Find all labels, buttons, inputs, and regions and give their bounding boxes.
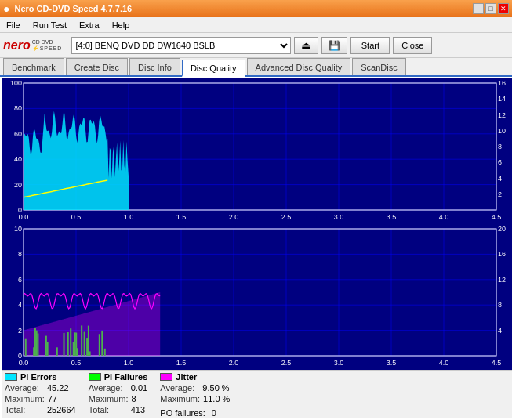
- menu-run-test[interactable]: Run Test: [30, 19, 70, 31]
- tab-create-disc[interactable]: Create Disc: [66, 58, 128, 75]
- start-button[interactable]: Start: [350, 37, 390, 54]
- menu-extra[interactable]: Extra: [76, 19, 103, 31]
- pi-failures-legend: PI Failures Average: 0.01 Maximum: 8 Tot…: [89, 372, 148, 417]
- tab-disc-info[interactable]: Disc Info: [129, 58, 180, 75]
- jitter-max-value: 11.0 %: [203, 394, 230, 404]
- toolbar: nero CD·DVD ⚡SPEED [4:0] BENQ DVD DD DW1…: [0, 33, 512, 58]
- pif-avg-value: 0.01: [131, 383, 147, 393]
- jitter-legend: Jitter Average: 9.50 % Maximum: 11.0 % P…: [160, 372, 230, 417]
- tab-advanced-disc-quality[interactable]: Advanced Disc Quality: [247, 58, 351, 75]
- menu-file[interactable]: File: [3, 19, 24, 31]
- pif-max-label: Maximum:: [89, 394, 129, 404]
- jitter-swatch: [160, 373, 172, 381]
- tab-disc-quality[interactable]: Disc Quality: [182, 60, 245, 77]
- maximize-button[interactable]: □: [485, 3, 496, 14]
- pi-avg-label: Average:: [5, 383, 44, 393]
- menu-help[interactable]: Help: [109, 19, 133, 31]
- pi-max-label: Maximum:: [5, 394, 45, 404]
- po-failures-label: PO failures:: [160, 408, 205, 418]
- minimize-button[interactable]: —: [473, 3, 484, 14]
- close-button[interactable]: Close: [393, 37, 432, 54]
- legend-area: PI Errors Average: 45.22 Maximum: 77 Tot…: [2, 370, 512, 418]
- pi-failures-swatch: [89, 373, 101, 381]
- tab-scandisc[interactable]: ScanDisc: [352, 58, 405, 75]
- chart-area: PI Errors Average: 45.22 Maximum: 77 Tot…: [0, 77, 512, 420]
- pi-errors-swatch: [5, 373, 17, 381]
- pi-failures-title: PI Failures: [104, 372, 148, 382]
- pi-max-value: 77: [48, 394, 57, 404]
- pi-errors-legend: PI Errors Average: 45.22 Maximum: 77 Tot…: [5, 372, 76, 417]
- main-content: PI Errors Average: 45.22 Maximum: 77 Tot…: [0, 77, 512, 420]
- jitter-max-label: Maximum:: [160, 394, 200, 404]
- pif-max-value: 8: [131, 394, 136, 404]
- jitter-avg-label: Average:: [160, 383, 199, 393]
- jitter-title: Jitter: [176, 372, 197, 382]
- pi-errors-chart: [2, 78, 512, 226]
- po-failures-value: 0: [212, 408, 216, 418]
- menu-bar: File Run Test Extra Help: [0, 17, 512, 33]
- title-bar: ● Nero CD-DVD Speed 4.7.7.16 — □ ✕: [0, 0, 512, 17]
- pi-total-value: 252664: [47, 405, 76, 415]
- close-window-button[interactable]: ✕: [498, 3, 509, 14]
- pif-avg-label: Average:: [89, 383, 128, 393]
- pif-total-label: Total:: [89, 405, 128, 415]
- pi-errors-title: PI Errors: [20, 372, 56, 382]
- pif-total-value: 413: [131, 405, 145, 415]
- drive-selector[interactable]: [4:0] BENQ DVD DD DW1640 BSLB: [71, 37, 291, 54]
- title-bar-text: Nero CD-DVD Speed 4.7.7.16: [14, 4, 132, 13]
- save-button[interactable]: 💾: [321, 37, 347, 54]
- tab-benchmark[interactable]: Benchmark: [3, 58, 64, 75]
- jitter-avg-value: 9.50 %: [202, 383, 229, 393]
- pi-total-label: Total:: [5, 405, 44, 415]
- eject-button[interactable]: ⏏: [294, 37, 318, 54]
- nero-logo: nero CD·DVD ⚡SPEED: [3, 38, 62, 52]
- tab-bar: Benchmark Create Disc Disc Info Disc Qua…: [0, 58, 512, 77]
- pi-avg-value: 45.22: [47, 383, 69, 393]
- pi-failures-chart: [2, 226, 512, 370]
